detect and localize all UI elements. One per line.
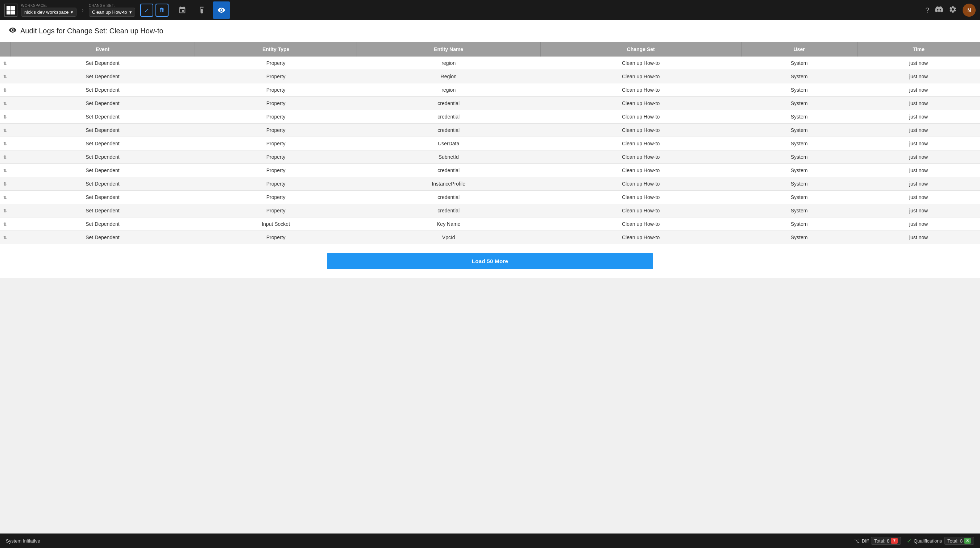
time-cell: just now [857,97,980,110]
user-cell: System [741,70,857,83]
table-row: ⇅Set DependentPropertyVpcIdClean up How-… [0,231,980,244]
change_set-cell: Clean up How-to [540,97,741,110]
table-row: ⇅Set DependentPropertycredentialClean up… [0,124,980,137]
discord-button[interactable] [935,5,943,15]
expand-cell[interactable]: ⇅ [0,97,10,110]
entity_name-cell: region [356,57,540,70]
tree-tool-button[interactable] [173,2,191,19]
change_set-cell: Clean up How-to [540,191,741,204]
entity_type-cell: Property [195,164,357,177]
event-cell: Set Dependent [10,177,195,191]
change_set-cell: Clean up How-to [540,150,741,164]
expand-cell[interactable]: ⇅ [0,164,10,177]
time-cell: just now [857,57,980,70]
expand-cell[interactable]: ⇅ [0,83,10,97]
tool-buttons [173,2,230,19]
change_set-cell: Clean up How-to [540,83,741,97]
user-cell: System [741,177,857,191]
table-row: ⇅Set DependentPropertycredentialClean up… [0,110,980,124]
settings-button[interactable] [949,5,957,15]
merge-button[interactable]: ⤢ [140,4,153,17]
workspace-label: WORKSPACE: [21,4,76,8]
entity_name-cell: credential [356,110,540,124]
expand-cell[interactable]: ⇅ [0,124,10,137]
entity_name-cell: region [356,83,540,97]
event-cell: Set Dependent [10,124,195,137]
entity_type-cell: Property [195,231,357,244]
table-row: ⇅Set DependentPropertyregionClean up How… [0,57,980,70]
entity_name-cell: InstanceProfile [356,177,540,191]
table-body: ⇅Set DependentPropertyregionClean up How… [0,57,980,244]
workspace-section: WORKSPACE: nick's dev workspace ▾ [21,4,76,17]
user-cell: System [741,191,857,204]
entity_name-cell: credential [356,204,540,217]
load-more-container: Load 50 More [0,244,980,278]
table-row: ⇅Set DependentPropertycredentialClean up… [0,97,980,110]
expand-cell[interactable]: ⇅ [0,70,10,83]
help-button[interactable]: ? [925,6,929,14]
avatar[interactable]: N [963,4,976,17]
table-row: ⇅Set DependentPropertyregionClean up How… [0,83,980,97]
time-cell: just now [857,70,980,83]
entity_name-cell: credential [356,191,540,204]
expand-icon: ⇅ [3,101,7,106]
event-column-header: Event [10,42,195,57]
workspace-selector[interactable]: nick's dev workspace ▾ [21,8,76,17]
table-row: ⇅Set DependentPropertyRegionClean up How… [0,70,980,83]
expand-cell[interactable]: ⇅ [0,204,10,217]
entity-type-column-header: Entity Type [195,42,357,57]
expand-cell[interactable]: ⇅ [0,217,10,231]
user-column-header: User [741,42,857,57]
expand-cell[interactable]: ⇅ [0,231,10,244]
eye-tool-button[interactable] [213,2,230,19]
event-cell: Set Dependent [10,204,195,217]
event-cell: Set Dependent [10,57,195,70]
expand-icon: ⇅ [3,88,7,93]
entity_type-cell: Property [195,124,357,137]
nav-right: ? N [925,4,976,17]
audit-logs-icon [9,26,17,36]
time-cell: just now [857,231,980,244]
entity_name-cell: UserData [356,137,540,150]
expand-icon: ⇅ [3,235,7,240]
user-cell: System [741,164,857,177]
expand-cell[interactable]: ⇅ [0,137,10,150]
time-cell: just now [857,150,980,164]
change-set-column-header: Change Set [540,42,741,57]
page-title: Audit Logs for Change Set: Clean up How-… [20,27,164,35]
entity_type-cell: Property [195,110,357,124]
change_set-cell: Clean up How-to [540,217,741,231]
user-cell: System [741,83,857,97]
entity_type-cell: Property [195,177,357,191]
changeset-name: Clean up How-to [92,10,127,15]
workspace-name: nick's dev workspace [24,10,68,15]
event-cell: Set Dependent [10,150,195,164]
user-cell: System [741,137,857,150]
user-cell: System [741,124,857,137]
change_set-cell: Clean up How-to [540,177,741,191]
expand-column-header [0,42,10,57]
changeset-selector[interactable]: Clean up How-to ▾ [89,8,135,17]
top-navigation: WORKSPACE: nick's dev workspace ▾ › CHAN… [0,0,980,20]
entity_name-cell: VpcId [356,231,540,244]
entity_name-cell: SubnetId [356,150,540,164]
event-cell: Set Dependent [10,97,195,110]
change_set-cell: Clean up How-to [540,110,741,124]
table-row: ⇅Set DependentPropertyInstanceProfileCle… [0,177,980,191]
user-cell: System [741,204,857,217]
expand-cell[interactable]: ⇅ [0,191,10,204]
load-more-button[interactable]: Load 50 More [327,253,653,269]
beaker-tool-button[interactable] [193,2,210,19]
action-buttons: ⤢ 🗑 [140,4,169,17]
expand-cell[interactable]: ⇅ [0,177,10,191]
expand-cell[interactable]: ⇅ [0,150,10,164]
expand-cell[interactable]: ⇅ [0,57,10,70]
table-row: ⇅Set DependentPropertyUserDataClean up H… [0,137,980,150]
change_set-cell: Clean up How-to [540,231,741,244]
delete-button[interactable]: 🗑 [156,4,169,17]
expand-cell[interactable]: ⇅ [0,110,10,124]
entity_name-cell: Key Name [356,217,540,231]
changeset-dropdown-icon: ▾ [129,10,132,15]
user-cell: System [741,231,857,244]
entity_type-cell: Property [195,70,357,83]
